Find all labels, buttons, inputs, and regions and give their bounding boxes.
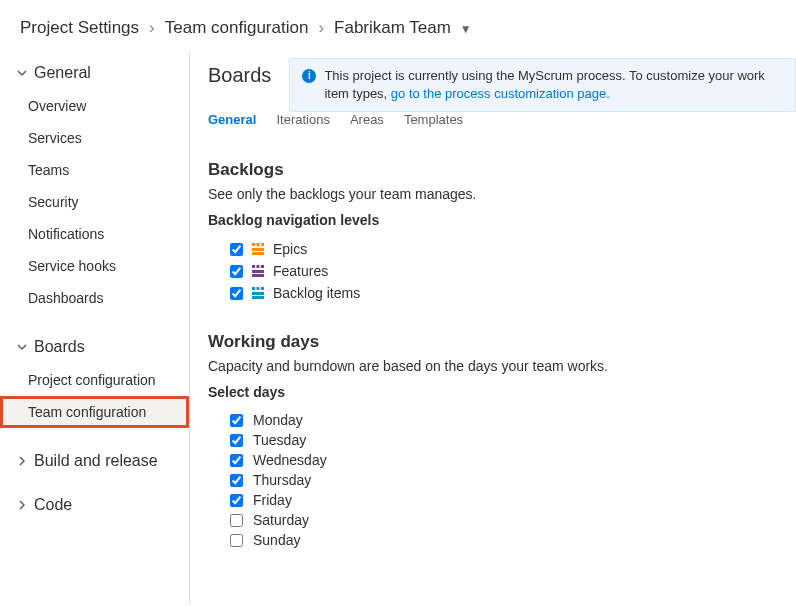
sidebar-group-label: Code: [34, 496, 72, 514]
sidebar-group-header[interactable]: General: [0, 56, 189, 90]
svg-rect-14: [252, 296, 264, 299]
backlog-level-label: Features: [273, 263, 328, 279]
svg-rect-12: [261, 287, 264, 290]
sidebar-item[interactable]: Services: [0, 122, 189, 154]
backlogs-heading: Backlogs: [208, 160, 796, 180]
sidebar-group-label: Boards: [34, 338, 85, 356]
day-checkbox[interactable]: [230, 494, 243, 507]
day-checkbox[interactable]: [230, 454, 243, 467]
breadcrumb-mid[interactable]: Team configuration: [165, 18, 309, 38]
sidebar-item[interactable]: Dashboards: [0, 282, 189, 314]
backlogs-subtitle: See only the backlogs your team manages.: [208, 186, 796, 202]
svg-rect-3: [252, 248, 264, 251]
day-row: Tuesday: [230, 430, 796, 450]
sidebar-item[interactable]: Teams: [0, 154, 189, 186]
day-label: Saturday: [253, 512, 309, 528]
sidebar-group-header[interactable]: Code: [0, 488, 189, 522]
svg-rect-11: [257, 287, 260, 290]
day-label: Thursday: [253, 472, 311, 488]
chevron-down-icon: ▼: [460, 22, 472, 36]
tab[interactable]: General: [208, 112, 256, 131]
sidebar-group-label: General: [34, 64, 91, 82]
svg-rect-5: [252, 265, 255, 268]
sidebar-item[interactable]: Service hooks: [0, 250, 189, 282]
breadcrumb-separator-icon: ›: [318, 18, 324, 38]
sidebar-group-header[interactable]: Build and release: [0, 444, 189, 478]
page-title: Boards: [208, 58, 271, 87]
sidebar-item[interactable]: Security: [0, 186, 189, 218]
breadcrumb-root[interactable]: Project Settings: [20, 18, 139, 38]
day-row: Saturday: [230, 510, 796, 530]
backlog-level-row: Backlog items: [230, 282, 796, 304]
sidebar-item[interactable]: Overview: [0, 90, 189, 122]
backlog-nav-levels-label: Backlog navigation levels: [208, 212, 796, 228]
svg-rect-0: [252, 243, 255, 246]
main-content: Boards i This project is currently using…: [190, 52, 796, 604]
tabs: GeneralIterationsAreasTemplates: [208, 112, 796, 142]
backlog-level-row: Epics: [230, 238, 796, 260]
backlog-level-label: Epics: [273, 241, 307, 257]
svg-rect-8: [252, 270, 264, 273]
svg-rect-7: [261, 265, 264, 268]
breadcrumb: Project Settings › Team configuration › …: [0, 0, 796, 52]
backlog-level-checkbox[interactable]: [230, 265, 243, 278]
day-checkbox[interactable]: [230, 534, 243, 547]
chevron-down-icon: [16, 67, 28, 79]
chevron-right-icon: [16, 455, 28, 467]
select-days-label: Select days: [208, 384, 796, 400]
svg-rect-4: [252, 252, 264, 255]
day-checkbox[interactable]: [230, 514, 243, 527]
day-label: Tuesday: [253, 432, 306, 448]
day-checkbox[interactable]: [230, 474, 243, 487]
breadcrumb-leaf-label: Fabrikam Team: [334, 18, 451, 37]
chevron-right-icon: [16, 499, 28, 511]
process-customization-link[interactable]: go to the process customization page.: [391, 86, 610, 101]
breadcrumb-leaf[interactable]: Fabrikam Team ▼: [334, 18, 471, 38]
day-label: Monday: [253, 412, 303, 428]
day-row: Sunday: [230, 530, 796, 550]
backlog-level-row: Features: [230, 260, 796, 282]
day-row: Wednesday: [230, 450, 796, 470]
days-list: MondayTuesdayWednesdayThursdayFridaySatu…: [208, 410, 796, 550]
sidebar: GeneralOverviewServicesTeamsSecurityNoti…: [0, 52, 190, 604]
day-row: Monday: [230, 410, 796, 430]
sidebar-item[interactable]: Team configuration: [0, 396, 189, 428]
work-item-type-icon: [251, 264, 265, 278]
svg-rect-6: [257, 265, 260, 268]
day-row: Friday: [230, 490, 796, 510]
backlog-level-checkbox[interactable]: [230, 287, 243, 300]
tab[interactable]: Areas: [350, 112, 384, 131]
info-text: This project is currently using the MySc…: [324, 67, 783, 103]
sidebar-group-label: Build and release: [34, 452, 158, 470]
day-row: Thursday: [230, 470, 796, 490]
working-days-subtitle: Capacity and burndown are based on the d…: [208, 358, 796, 374]
work-item-type-icon: [251, 286, 265, 300]
chevron-down-icon: [16, 341, 28, 353]
sidebar-group-header[interactable]: Boards: [0, 330, 189, 364]
svg-rect-1: [257, 243, 260, 246]
info-banner: i This project is currently using the My…: [289, 58, 796, 112]
day-label: Sunday: [253, 532, 300, 548]
backlog-level-label: Backlog items: [273, 285, 360, 301]
sidebar-item[interactable]: Project configuration: [0, 364, 189, 396]
backlog-level-checkbox[interactable]: [230, 243, 243, 256]
tab[interactable]: Iterations: [276, 112, 329, 131]
backlog-levels: EpicsFeaturesBacklog items: [208, 238, 796, 304]
svg-rect-10: [252, 287, 255, 290]
svg-rect-2: [261, 243, 264, 246]
day-checkbox[interactable]: [230, 434, 243, 447]
svg-rect-13: [252, 292, 264, 295]
tab[interactable]: Templates: [404, 112, 463, 131]
svg-rect-9: [252, 274, 264, 277]
day-checkbox[interactable]: [230, 414, 243, 427]
sidebar-item[interactable]: Notifications: [0, 218, 189, 250]
working-days-heading: Working days: [208, 332, 796, 352]
info-icon: i: [302, 69, 316, 83]
day-label: Wednesday: [253, 452, 327, 468]
breadcrumb-separator-icon: ›: [149, 18, 155, 38]
day-label: Friday: [253, 492, 292, 508]
work-item-type-icon: [251, 242, 265, 256]
